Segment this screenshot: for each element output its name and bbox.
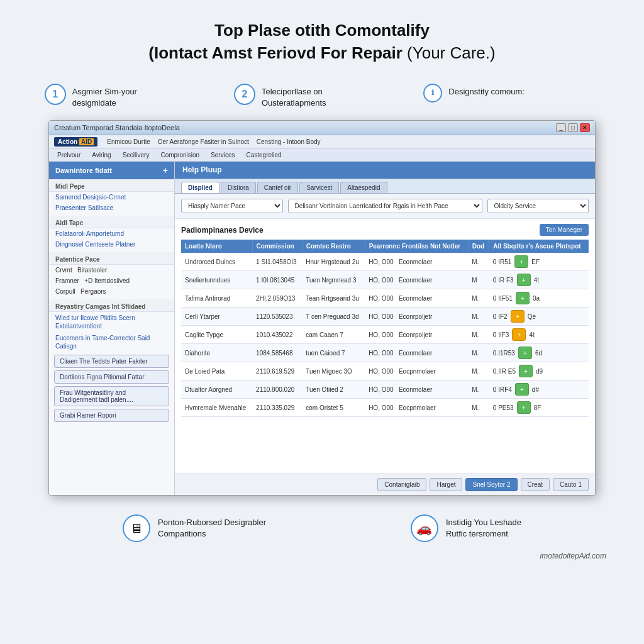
filter-select-0[interactable]: Hiasply Namer Pace bbox=[181, 199, 283, 213]
close-button[interactable]: ✕ bbox=[580, 123, 590, 132]
cell-gender: M. bbox=[468, 362, 489, 380]
cell-phone: HO, O00 Eocpnmolaer bbox=[365, 399, 468, 417]
cell-commission: 2HI.2.059O13 bbox=[252, 289, 302, 308]
cell-contact: T cen Preguacd 3d bbox=[302, 308, 365, 326]
logo-text: Action bbox=[58, 138, 77, 145]
action-btn[interactable]: + bbox=[519, 365, 533, 377]
cell-gender: M. bbox=[468, 344, 489, 362]
sidebar-add-icon[interactable]: + bbox=[163, 165, 168, 175]
menu-item-2[interactable]: Censting - Intoon Body bbox=[253, 137, 324, 147]
cell-value: 0 PE53 + 8F bbox=[489, 399, 589, 416]
cell-phone: HO, O00 Econmolaer bbox=[365, 271, 468, 289]
table-row: Dtualtor Aorgned 2110.800.020 Tuen Otiie… bbox=[181, 380, 589, 399]
cell-contact: Tuen Otiied 2 bbox=[302, 380, 365, 399]
window-title: Creatum Temporad Standala ItoptoDeela bbox=[54, 124, 180, 131]
action-label: 0a bbox=[533, 295, 540, 302]
tab-4[interactable]: Altaespedid bbox=[340, 182, 387, 193]
sidebar-btn-1[interactable]: Dortilons Figna Pitiomal Fattar bbox=[54, 370, 169, 384]
action-btn[interactable]: + bbox=[518, 347, 532, 359]
step-2-circle: 2 bbox=[234, 84, 255, 105]
sidebar-link-0[interactable]: Samerod Desiqsio-Crmet bbox=[49, 192, 174, 203]
cell-gender: M bbox=[468, 271, 489, 289]
page-wrapper: Top Plase otith Comontalify (Iontact Ams… bbox=[0, 0, 644, 644]
app-logo: Action AID bbox=[54, 137, 97, 147]
bottom-btn-3[interactable]: Creat bbox=[521, 478, 550, 491]
sidebar-btn-3[interactable]: Grabi Ramer Ropori bbox=[54, 409, 169, 422]
action-btn[interactable]: + bbox=[517, 274, 531, 286]
sidebar-link-5[interactable]: Eucemers in Tame-Corrector Said Catisgn bbox=[49, 332, 174, 352]
action-label: Qe bbox=[528, 313, 536, 320]
app-window: Creatum Temporad Standala ItoptoDeela _ … bbox=[48, 120, 596, 496]
table-row: Undrorced Duincs 1 SI1.0458OI3 Hnur Hrgs… bbox=[181, 253, 589, 271]
col-header-0: Loatte Ntero bbox=[181, 240, 252, 253]
filter-select-1[interactable]: Delisanr Vortinaion Laerricatied for Rga… bbox=[288, 199, 482, 213]
table-row: Tafima Antirorad 2HI.2.059O13 Tean Rrtgs… bbox=[181, 289, 589, 308]
tab-1[interactable]: Distiora bbox=[221, 182, 256, 193]
steps-row-top: 1 Asgmier Sim-your desigmidate 2 Telecip… bbox=[25, 84, 619, 109]
minimize-button[interactable]: _ bbox=[556, 123, 566, 132]
data-table: Loatte Ntero Commission Comtec Restro Pe… bbox=[181, 240, 589, 417]
action-btn[interactable]: + bbox=[516, 292, 530, 304]
sidebar-field-1: Framner +D Itemdosilved bbox=[49, 275, 174, 286]
sidebar-btn-2[interactable]: Frau Witgentasitliry and Dadigenment tad… bbox=[54, 386, 169, 406]
sidebar-link-1[interactable]: Praesenter Satilsace bbox=[49, 203, 174, 213]
cell-name: De Loied Pata bbox=[181, 362, 252, 380]
action-btn[interactable]: + bbox=[517, 401, 531, 414]
submenu-item-3[interactable]: Compronision bbox=[157, 150, 203, 160]
annotation-0-icon: 🖥 bbox=[123, 514, 150, 542]
sidebar-section-4: Reyastiry Camgas Int Sflidaed Wied tur I… bbox=[49, 299, 174, 352]
sidebar: Dawnintore fidatt + Midl Pepe Samerod De… bbox=[49, 162, 175, 495]
cell-phone: HO, O00 Econmolaer bbox=[365, 289, 468, 308]
menu-item-1[interactable]: Oer Aerafonge Fasiter in Sulnoct bbox=[155, 137, 252, 147]
bottom-btn-4[interactable]: Cauto 1 bbox=[553, 478, 589, 491]
sidebar-link-2[interactable]: Folataoroli Amportetumd bbox=[49, 228, 174, 239]
window-titlebar: Creatum Temporad Standala ItoptoDeela _ … bbox=[49, 121, 595, 135]
data-section: Padiompinanes Device Ton Maneger Loatte … bbox=[175, 219, 595, 474]
action-btn[interactable]: + bbox=[511, 310, 525, 323]
ton-manager-button[interactable]: Ton Maneger bbox=[540, 224, 589, 236]
cell-gender: M. bbox=[468, 289, 489, 308]
table-header-row: Loatte Ntero Commission Comtec Restro Pe… bbox=[181, 240, 589, 253]
sidebar-link-3[interactable]: Dingnosel Centseete Platner bbox=[49, 239, 174, 250]
cell-commission: 1120.535023 bbox=[252, 308, 302, 326]
col-header-3: Pearronnc Frontilss Not Notler bbox=[365, 240, 468, 253]
action-btn[interactable]: + bbox=[514, 255, 528, 268]
table-row: Caglite Typge 1010.435022 cam Caaen 7 HO… bbox=[181, 326, 589, 344]
cell-phone: HO, O00 Econrpoljetr bbox=[365, 326, 468, 344]
cell-phone: HO, O00 Econmolaer bbox=[365, 344, 468, 362]
sidebar-btn-0[interactable]: Cliaen The Tedsts Pater Fakiter bbox=[54, 355, 169, 368]
sidebar-field-2: Corpull Pergaors bbox=[49, 286, 174, 297]
app-content: Dawnintore fidatt + Midl Pepe Samerod De… bbox=[49, 162, 595, 495]
submenu-item-4[interactable]: Services bbox=[208, 150, 238, 160]
sidebar-link-4[interactable]: Wied tur Ilcowe Plidits Scern Extelantve… bbox=[49, 312, 174, 332]
step-2-text: Teleciporllase on Ousteratlapments bbox=[262, 84, 326, 109]
data-section-title: Padiompinanes Device bbox=[181, 226, 264, 235]
bottom-btn-1[interactable]: Harget bbox=[430, 478, 462, 491]
col-header-1: Commission bbox=[252, 240, 302, 253]
sidebar-field-0: Crvmt Bitastooler bbox=[49, 265, 174, 275]
maximize-button[interactable]: □ bbox=[568, 123, 578, 132]
filter-select-2[interactable]: Oldcity Service bbox=[487, 199, 589, 213]
page-heading: Top Plase otith Comontalify (Iontact Ams… bbox=[25, 19, 619, 65]
cell-commission: 1 SI1.0458OI3 bbox=[252, 253, 302, 271]
submenu-item-1[interactable]: Aviring bbox=[89, 150, 114, 160]
submenu-item-2[interactable]: Secilivery bbox=[119, 150, 153, 160]
bottom-btn-2[interactable]: Snel Soytor 2 bbox=[465, 478, 517, 491]
action-label: 4t bbox=[534, 277, 539, 284]
tab-3[interactable]: Sarvicest bbox=[299, 182, 339, 193]
action-btn[interactable]: + bbox=[512, 328, 526, 341]
menu-item-0[interactable]: Enmicou Durtie bbox=[104, 137, 153, 147]
tab-0[interactable]: Displied bbox=[181, 182, 219, 193]
step-1-text: Asgmier Sim-your desigmidate bbox=[72, 84, 137, 109]
bottom-btn-0[interactable]: Contanigtaib bbox=[377, 478, 426, 491]
submenu-item-5[interactable]: Castegreiled bbox=[243, 150, 285, 160]
action-btn[interactable]: + bbox=[515, 383, 529, 396]
cell-commission: 2110.335.029 bbox=[252, 399, 302, 417]
submenu-item-0[interactable]: Prelvour bbox=[54, 150, 84, 160]
cell-gender: M. bbox=[468, 399, 489, 417]
cell-gender: M. bbox=[468, 380, 489, 399]
cell-value: 0 IR51 + EF bbox=[489, 253, 589, 270]
cell-value: 0 IR F3 + 4t bbox=[489, 271, 589, 289]
table-row: Diahorite 1084.585468 tuen Caioed 7 HO, … bbox=[181, 344, 589, 362]
tab-2[interactable]: Cantef oir bbox=[257, 182, 298, 193]
